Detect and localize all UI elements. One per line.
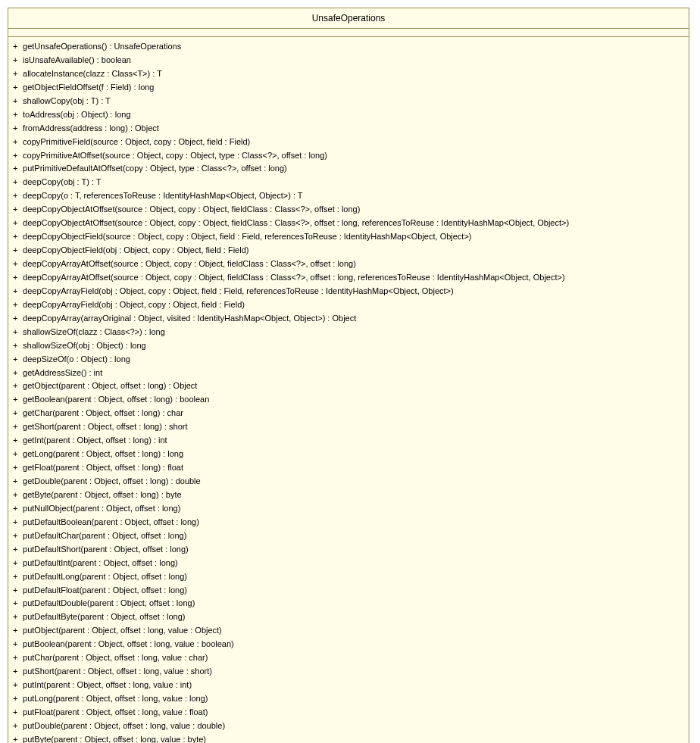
visibility-marker: + <box>13 707 20 719</box>
method-line: + getByte(parent : Object, offset : long… <box>13 489 684 502</box>
method-signature: putByte(parent : Object, offset : long, … <box>23 735 206 743</box>
method-line: + getShort(parent : Object, offset : lon… <box>13 420 684 434</box>
method-line: + putDefaultFloat(parent : Object, offse… <box>13 584 684 598</box>
method-line: + putBoolean(parent : Object, offset : l… <box>13 638 684 651</box>
method-signature: getShort(parent : Object, offset : long)… <box>23 422 187 431</box>
method-line: + deepCopyArray(arrayOriginal : Object, … <box>13 312 684 326</box>
method-signature: copyPrimitiveAtOffset(source : Object, c… <box>23 151 327 160</box>
visibility-marker: + <box>13 340 20 352</box>
method-line: + getObjectFieldOffset(f : Field) : long <box>13 81 684 95</box>
method-line: + getLong(parent : Object, offset : long… <box>13 448 684 461</box>
visibility-marker: + <box>13 585 20 597</box>
method-line: + putDefaultDouble(parent : Object, offs… <box>13 597 684 610</box>
method-line: + deepCopyObjectField(source : Object, c… <box>13 230 684 244</box>
visibility-marker: + <box>13 394 20 406</box>
method-line: + deepSizeOf(o : Object) : long <box>13 353 684 367</box>
method-line: + shallowSizeOf(clazz : Class<?>) : long <box>13 326 684 339</box>
method-signature: putChar(parent : Object, offset : long, … <box>23 653 208 662</box>
method-line: + putPrimitiveDefaultAtOffset(copy : Obj… <box>13 162 684 176</box>
visibility-marker: + <box>13 217 20 229</box>
method-signature: toAddress(obj : Object) : long <box>23 110 130 119</box>
visibility-marker: + <box>13 503 20 515</box>
method-signature: putFloat(parent : Object, offset : long,… <box>23 707 208 716</box>
visibility-marker: + <box>13 258 20 270</box>
visibility-marker: + <box>13 150 20 162</box>
attributes-compartment <box>8 29 689 37</box>
method-line: + shallowCopy(obj : T) : T <box>13 95 684 108</box>
methods-compartment: + getUnsafeOperations() : UnsafeOperatio… <box>8 37 689 743</box>
method-line: + getAddressSize() : int <box>13 367 684 380</box>
method-line: + deepCopyArrayAtOffset(source : Object,… <box>13 271 684 285</box>
method-signature: putDefaultChar(parent : Object, offset :… <box>23 531 186 540</box>
method-signature: fromAddress(address : long) : Object <box>23 123 159 133</box>
method-signature: deepCopyArray(arrayOriginal : Object, vi… <box>23 314 356 323</box>
method-line: + copyPrimitiveField(source : Object, co… <box>13 136 684 149</box>
method-signature: getAddressSize() : int <box>23 368 102 377</box>
visibility-marker: + <box>13 544 20 556</box>
visibility-marker: + <box>13 720 20 732</box>
method-line: + shallowSizeOf(obj : Object) : long <box>13 339 684 353</box>
method-signature: shallowCopy(obj : T) : T <box>23 96 111 105</box>
visibility-marker: + <box>13 109 20 121</box>
method-line: + getBoolean(parent : Object, offset : l… <box>13 393 684 407</box>
method-signature: putDefaultInt(parent : Object, offset : … <box>23 558 178 567</box>
method-line: + getUnsafeOperations() : UnsafeOperatio… <box>13 40 684 54</box>
visibility-marker: + <box>13 435 20 447</box>
method-line: + deepCopy(o : T, referencesToReuse : Id… <box>13 189 684 203</box>
visibility-marker: + <box>13 476 20 488</box>
visibility-marker: + <box>13 517 20 529</box>
method-line: + deepCopyObjectField(obj : Object, copy… <box>13 244 684 258</box>
method-signature: putDefaultByte(parent : Object, offset :… <box>23 612 185 621</box>
visibility-marker: + <box>13 679 20 691</box>
method-line: + putObject(parent : Object, offset : lo… <box>13 624 684 638</box>
method-line: + deepCopyArrayField(obj : Object, copy … <box>13 298 684 312</box>
visibility-marker: + <box>13 666 20 678</box>
method-signature: putDefaultLong(parent : Object, offset :… <box>23 572 187 581</box>
method-signature: putNullObject(parent : Object, offset : … <box>23 504 180 513</box>
method-signature: deepCopyArrayAtOffset(source : Object, c… <box>23 273 565 282</box>
method-signature: putLong(parent : Object, offset : long, … <box>23 694 208 703</box>
method-line: + putDefaultInt(parent : Object, offset … <box>13 557 684 570</box>
method-signature: deepCopyObjectField(obj : Object, copy :… <box>23 245 248 254</box>
method-signature: deepCopyArrayAtOffset(source : Object, c… <box>23 259 356 268</box>
method-line: + putDouble(parent : Object, offset : lo… <box>13 720 684 733</box>
method-signature: putPrimitiveDefaultAtOffset(copy : Objec… <box>23 164 287 173</box>
method-signature: deepCopyArrayField(obj : Object, copy : … <box>23 286 454 295</box>
method-signature: getDouble(parent : Object, offset : long… <box>23 476 201 485</box>
method-line: + toAddress(obj : Object) : long <box>13 108 684 122</box>
visibility-marker: + <box>13 489 20 501</box>
visibility-marker: + <box>13 462 20 474</box>
method-line: + getInt(parent : Object, offset : long)… <box>13 434 684 448</box>
method-signature: deepCopy(o : T, referencesToReuse : Iden… <box>23 191 303 200</box>
visibility-marker: + <box>13 95 20 108</box>
method-line: + putInt(parent : Object, offset : long,… <box>13 679 684 692</box>
method-signature: shallowSizeOf(clazz : Class<?>) : long <box>23 327 165 336</box>
visibility-marker: + <box>13 571 20 583</box>
method-signature: getChar(parent : Object, offset : long) … <box>23 408 183 417</box>
method-signature: getByte(parent : Object, offset : long) … <box>23 490 182 499</box>
method-line: + isUnsafeAvailable() : boolean <box>13 54 684 67</box>
method-line: + putDefaultChar(parent : Object, offset… <box>13 529 684 543</box>
visibility-marker: + <box>13 611 20 623</box>
method-signature: putObject(parent : Object, offset : long… <box>23 626 222 635</box>
method-signature: putDefaultFloat(parent : Object, offset … <box>23 585 187 595</box>
method-line: + deepCopyObjectAtOffset(source : Object… <box>13 217 684 230</box>
visibility-marker: + <box>13 693 20 705</box>
visibility-marker: + <box>13 638 20 651</box>
method-signature: deepSizeOf(o : Object) : long <box>23 354 130 364</box>
visibility-marker: + <box>13 41 20 53</box>
visibility-marker: + <box>13 55 20 67</box>
visibility-marker: + <box>13 82 20 94</box>
visibility-marker: + <box>13 530 20 542</box>
method-signature: deepCopy(obj : T) : T <box>23 177 102 186</box>
method-line: + putDefaultLong(parent : Object, offset… <box>13 570 684 584</box>
method-signature: putDouble(parent : Object, offset : long… <box>23 721 225 730</box>
method-line: + getDouble(parent : Object, offset : lo… <box>13 475 684 489</box>
visibility-marker: + <box>13 625 20 637</box>
class-name: UnsafeOperations <box>8 8 689 29</box>
method-signature: getObjectFieldOffset(f : Field) : long <box>23 83 154 92</box>
method-line: + putChar(parent : Object, offset : long… <box>13 651 684 665</box>
visibility-marker: + <box>13 448 20 460</box>
visibility-marker: + <box>13 190 20 202</box>
method-signature: putDefaultBoolean(parent : Object, offse… <box>23 517 199 526</box>
